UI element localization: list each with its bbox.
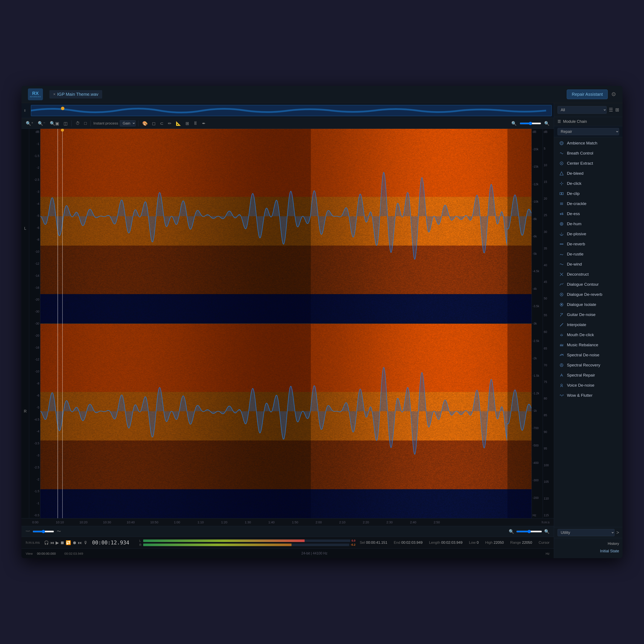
module-item-de-rustle[interactable]: De-rustle bbox=[555, 249, 621, 259]
select-tool-btn[interactable]: ◻ bbox=[151, 120, 157, 127]
loop-btn[interactable]: 🔁 bbox=[66, 540, 71, 545]
repair-category-select[interactable]: Repair bbox=[557, 128, 619, 135]
module-item-dialogue-de-reverb[interactable]: Dialogue De-reverb bbox=[555, 290, 621, 299]
file-tab[interactable]: × IGP Main Theme.wav bbox=[49, 90, 102, 99]
eq-btn[interactable]: 🎚 bbox=[192, 120, 199, 127]
overview-waveform[interactable] bbox=[31, 105, 552, 116]
waveform-btn[interactable]: 〰 bbox=[26, 529, 30, 534]
snap-btn[interactable]: ⊞ bbox=[184, 120, 190, 127]
utility-select[interactable]: Utility bbox=[557, 529, 615, 536]
de-ess-name: De-ess bbox=[567, 211, 580, 216]
brush-tool-btn[interactable]: ✏ bbox=[167, 120, 173, 127]
time-select-btn[interactable]: ⏱ bbox=[74, 120, 81, 127]
svg-point-3 bbox=[560, 141, 563, 145]
db-12: -14 bbox=[30, 274, 39, 277]
module-item-de-wind[interactable]: De-wind bbox=[555, 259, 621, 269]
db-22: -6 bbox=[30, 394, 39, 397]
mic-btn[interactable]: 🎙 bbox=[84, 540, 88, 545]
ruler-tool-btn[interactable]: 📐 bbox=[175, 120, 182, 127]
module-item-voice-de-noise[interactable]: Voice De-noise bbox=[555, 380, 621, 390]
tick-9: 1:30 bbox=[245, 520, 251, 524]
headphone-btn[interactable]: 🎧 bbox=[44, 540, 49, 545]
module-item-interpolate[interactable]: Interpolate bbox=[555, 320, 621, 330]
wow-flutter-icon bbox=[559, 393, 564, 398]
tick-7: 1:10 bbox=[197, 520, 204, 524]
color-scheme-btn[interactable]: 🎨 bbox=[141, 120, 149, 127]
settings-icon[interactable]: ⚙ bbox=[611, 91, 616, 98]
module-item-spectral-de-noise[interactable]: Spectral De-noise bbox=[555, 350, 621, 360]
zoom-out-btn[interactable]: 🔍⁻ bbox=[36, 120, 47, 127]
module-item-music-rebalance[interactable]: Music Rebalance bbox=[555, 340, 621, 350]
module-item-dialogue-contour[interactable]: Dialogue Contour bbox=[555, 279, 621, 289]
toolbar-sep1 bbox=[71, 120, 72, 126]
module-item-mouth-de-click[interactable]: Mouth De-click bbox=[555, 330, 621, 340]
module-item-spectral-repair[interactable]: Spectral Repair bbox=[555, 370, 621, 380]
tick-3: 10:30 bbox=[103, 520, 111, 524]
l-meter-label: L bbox=[139, 539, 142, 542]
de-plosive-icon bbox=[559, 231, 564, 237]
zoom-out-btn2[interactable]: 🔍 bbox=[509, 529, 514, 534]
module-item-de-ess[interactable]: sS De-ess bbox=[555, 209, 621, 219]
tick-hms: h:m:s bbox=[542, 520, 550, 524]
skip-fwd-btn[interactable]: ⏭ bbox=[78, 540, 82, 545]
repair-assistant-button[interactable]: Repair Assistant bbox=[567, 90, 608, 99]
play-btn[interactable]: ▶ bbox=[56, 540, 59, 545]
zoom-fit-btn[interactable]: ◫ bbox=[62, 120, 69, 127]
zoom-slider[interactable] bbox=[520, 122, 541, 125]
lasso-tool-btn[interactable]: ⊂ bbox=[159, 120, 165, 127]
expand-btn[interactable]: > bbox=[616, 530, 619, 535]
record-btn[interactable]: ⏺ bbox=[72, 540, 77, 545]
tick-16: 2:40 bbox=[410, 520, 416, 524]
rx-logo-text: RX bbox=[32, 91, 39, 96]
svg-point-17 bbox=[560, 222, 563, 225]
zoom-out-freq-btn[interactable]: 🔍 bbox=[543, 120, 551, 127]
freq-1-5k: -1.5k bbox=[533, 374, 542, 377]
zoom-selection-btn[interactable]: 🔍▣ bbox=[49, 120, 61, 127]
zoom-in-freq-btn[interactable]: 🔍 bbox=[510, 120, 518, 127]
mouth-de-click-name: Mouth De-click bbox=[567, 333, 594, 337]
module-item-de-hum[interactable]: De-hum bbox=[555, 219, 621, 229]
module-chain-row[interactable]: ☰ Module Chain bbox=[554, 117, 623, 126]
pencil-btn[interactable]: ✒ bbox=[201, 120, 207, 127]
gain-select[interactable]: Gain bbox=[120, 120, 136, 126]
module-item-deconstruct[interactable]: Deconstruct bbox=[555, 269, 621, 279]
freq-zoom-slider[interactable] bbox=[516, 530, 542, 533]
spectrogram-canvas bbox=[40, 129, 532, 518]
db-32: -0.5 bbox=[30, 513, 39, 517]
module-item-ambience-match[interactable]: Ambience Match bbox=[555, 138, 621, 148]
freq-2k: -2k bbox=[533, 357, 542, 360]
module-item-de-crackle[interactable]: De-crackle bbox=[555, 199, 621, 209]
end-value: 00:02:03.949 bbox=[401, 541, 422, 545]
module-item-spectral-recovery[interactable]: Spectral Recovery bbox=[555, 360, 621, 370]
tab-close-icon[interactable]: × bbox=[53, 92, 56, 97]
svg-point-24 bbox=[561, 304, 562, 305]
module-item-de-click[interactable]: De-click bbox=[555, 179, 621, 188]
db-21: -8 bbox=[30, 382, 39, 385]
module-item-wow-flutter[interactable]: Wow & Flutter bbox=[555, 390, 621, 400]
module-item-guitar-de-noise[interactable]: Guitar De-noise bbox=[555, 310, 621, 320]
de-crackle-icon bbox=[559, 201, 564, 207]
grid-icon[interactable]: ⊞ bbox=[615, 107, 619, 113]
utility-bar: Utility > bbox=[554, 527, 623, 538]
skip-back-btn[interactable]: ⏮ bbox=[50, 540, 54, 545]
module-item-de-plosive[interactable]: De-plosive bbox=[555, 229, 621, 239]
module-item-de-bleed[interactable]: De-bleed bbox=[555, 169, 621, 178]
module-item-de-reverb[interactable]: De-reverb bbox=[555, 239, 621, 249]
stop-btn[interactable]: ⏹ bbox=[60, 540, 64, 545]
freq-select-btn[interactable]: □ bbox=[83, 120, 88, 127]
status-info-area: Sel 00:00:41.151 End 00:02:03.949 Length… bbox=[360, 541, 550, 545]
zoom-in-btn[interactable]: 🔍⁺ bbox=[24, 120, 35, 127]
freq-scale-right: dB -20k -15k -12k -10k -8k -6k -5k -4.5k… bbox=[532, 129, 543, 518]
module-item-dialogue-isolate[interactable]: Dialogue Isolate bbox=[555, 300, 621, 310]
module-item-breath-control[interactable]: Breath Control bbox=[555, 148, 621, 158]
track-expand-icon[interactable]: ⇕ bbox=[24, 109, 26, 112]
module-item-de-clip[interactable]: De-clip bbox=[555, 189, 621, 199]
module-item-center-extract[interactable]: Center Extract bbox=[555, 158, 621, 168]
spectrum-btn[interactable]: 〜 bbox=[57, 529, 61, 534]
zoom-in-btn2[interactable]: 🔍 bbox=[544, 529, 550, 534]
freq-5k: -5k bbox=[533, 252, 542, 255]
module-filter-select[interactable]: All bbox=[557, 106, 607, 114]
waveform-zoom-slider[interactable] bbox=[33, 530, 54, 533]
list-icon[interactable]: ☰ bbox=[609, 107, 613, 113]
spectrogram-visual[interactable] bbox=[40, 129, 532, 518]
